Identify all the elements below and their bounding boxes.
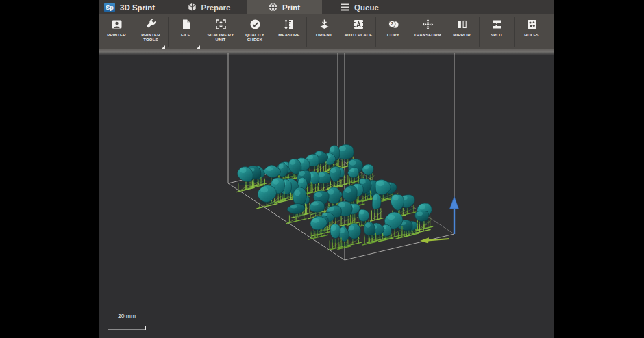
queue-icon: [340, 3, 349, 11]
dental-models-cluster: [236, 144, 433, 250]
split-icon: [491, 18, 503, 30]
toolbar-group: HOLES: [515, 14, 549, 52]
toolbar-button-label: AUTO PLACE: [343, 33, 374, 38]
build-plate-scene: [99, 52, 554, 338]
app-logo-icon: Sp: [104, 3, 115, 12]
holes-icon: [526, 18, 538, 30]
transform-icon: [422, 18, 434, 30]
toolbar-button-label: QUALITY CHECK: [239, 33, 271, 42]
toolbar-button-orient[interactable]: ORIENT: [307, 14, 341, 52]
tab-bar: Sp 3D Sprint PreparePrintQueue: [99, 0, 554, 14]
toolbar-button-label: PRINTER: [101, 33, 132, 38]
toolbar-button-label: FILE: [170, 33, 201, 38]
check-icon: [249, 18, 261, 30]
dropdown-corner-icon: [161, 45, 165, 49]
toolbar-button-label: ORIENT: [308, 33, 340, 38]
toolbar-button-measure[interactable]: MEASURE: [272, 14, 306, 52]
wrench-icon: [145, 18, 157, 30]
scale-bar-bracket-icon: [108, 326, 146, 330]
toolbar-group: FILE: [169, 14, 203, 52]
toolbar-group: SCALING BY UNITQUALITY CHECKMEASURE: [203, 14, 306, 52]
app-title: 3D Sprint: [120, 3, 155, 12]
scale-bar-label: 20 mm: [108, 313, 146, 320]
toolbar-button-printer-tools[interactable]: PRINTER TOOLS: [134, 14, 168, 52]
toolbar-button-scaling-by-unit[interactable]: SCALING BY UNIT: [203, 14, 238, 52]
toolbar-button-transform[interactable]: TRANSFORM: [410, 14, 445, 52]
toolbar-button-label: COPY: [377, 33, 409, 38]
toolbar-button-label: SPLIT: [481, 33, 512, 38]
3d-viewport[interactable]: 20 mm: [99, 52, 554, 338]
toolbar-button-auto-place[interactable]: AUTO PLACE: [341, 14, 375, 52]
measure-icon: [284, 18, 295, 30]
toolbar-button-holes[interactable]: HOLES: [515, 14, 549, 52]
tab-prepare[interactable]: Prepare: [171, 0, 247, 14]
printer-icon: [111, 18, 123, 30]
scaling-icon: [215, 18, 227, 30]
dropdown-corner-icon: [196, 45, 200, 49]
toolbar-button-copy[interactable]: 2COPY: [376, 14, 410, 52]
autoplace-icon: [353, 18, 364, 30]
tab-label: Queue: [354, 3, 379, 12]
tab-print[interactable]: Print: [247, 0, 322, 14]
toolbar-group: PRINTERPRINTER TOOLS: [99, 14, 168, 52]
toolbar-button-label: PRINTER TOOLS: [135, 33, 166, 42]
app-window: Sp 3D Sprint PreparePrintQueue PRINTERPR…: [99, 0, 554, 338]
toolbar-button-label: SCALING BY UNIT: [205, 33, 236, 42]
toolbar-button-label: HOLES: [516, 33, 547, 38]
app-brand: Sp 3D Sprint: [99, 0, 171, 14]
tab-label: Prepare: [201, 3, 231, 12]
toolbar-button-mirror[interactable]: MIRROR: [445, 14, 479, 52]
toolbar-group: 2COPYTRANSFORMMIRROR: [376, 14, 479, 52]
orient-icon: [319, 18, 330, 30]
sphere-icon: [269, 3, 277, 12]
toolbar-button-label: MIRROR: [446, 33, 478, 38]
tab-label: Print: [282, 3, 300, 12]
copy-icon: 2: [388, 18, 399, 30]
toolbar-button-file[interactable]: FILE: [169, 14, 203, 52]
toolbar-button-quality-check[interactable]: QUALITY CHECK: [238, 14, 272, 52]
toolbar: PRINTERPRINTER TOOLSFILESCALING BY UNITQ…: [99, 14, 554, 52]
mirror-icon: [456, 18, 468, 30]
screenshot-stage: Sp 3D Sprint PreparePrintQueue PRINTERPR…: [0, 0, 644, 338]
toolbar-button-label: MEASURE: [273, 33, 305, 38]
toolbar-button-printer[interactable]: PRINTER: [99, 14, 134, 52]
toolbar-group: SPLIT: [480, 14, 514, 52]
scale-bar: 20 mm: [108, 313, 146, 333]
toolbar-group: ORIENTAUTO PLACE: [307, 14, 375, 52]
toolbar-button-label: TRANSFORM: [412, 33, 443, 38]
toolbar-button-split[interactable]: SPLIT: [480, 14, 514, 52]
file-icon: [180, 18, 192, 30]
tab-queue[interactable]: Queue: [322, 0, 397, 14]
cube-icon: [188, 3, 197, 12]
svg-text:2: 2: [391, 21, 393, 26]
